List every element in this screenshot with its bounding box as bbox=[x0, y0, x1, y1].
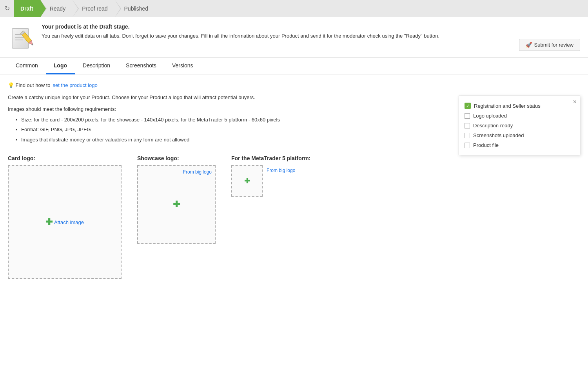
plus-icon-mt5: ✚ bbox=[244, 177, 250, 185]
checkbox-logo[interactable] bbox=[465, 113, 470, 119]
tab-screenshots[interactable]: Screenshots bbox=[118, 58, 164, 74]
tab-description[interactable]: Description bbox=[75, 58, 118, 74]
showcase-logo-section: Showcase logo: ✚ From big logo bbox=[137, 155, 216, 244]
submit-for-review-button[interactable]: 🚀 Submit for review bbox=[519, 39, 580, 51]
main-content: Your product is at the Draft stage. You … bbox=[0, 17, 588, 380]
metatrader-logo-upload[interactable]: ✚ bbox=[231, 165, 263, 197]
tip-line: 💡 Find out how to set the product logo bbox=[8, 82, 580, 88]
tabs-bar: Common Logo Description Screenshots Vers… bbox=[0, 58, 588, 74]
draft-banner: Your product is at the Draft stage. You … bbox=[0, 17, 588, 58]
tab-logo[interactable]: Logo bbox=[46, 58, 75, 74]
tab-common[interactable]: Common bbox=[8, 58, 46, 74]
checklist-popup: × ✓ Registration and Seller status Logo … bbox=[459, 96, 580, 155]
checklist-item-registration: ✓ Registration and Seller status bbox=[465, 101, 574, 111]
checklist-item-screenshots: Screenshots uploaded bbox=[465, 130, 574, 140]
step-draft[interactable]: Draft bbox=[14, 0, 40, 17]
step-proofread[interactable]: Proof read bbox=[73, 0, 114, 17]
showcase-logo-title: Showcase logo: bbox=[137, 155, 216, 161]
refresh-icon[interactable]: ↻ bbox=[0, 0, 14, 17]
checkbox-screenshots[interactable] bbox=[465, 133, 470, 138]
checkbox-description[interactable] bbox=[465, 123, 470, 128]
tip-bulb: 💡 Find out how to bbox=[8, 82, 51, 88]
attach-image-label: ✚ Attach image bbox=[45, 218, 84, 226]
draft-text: Your product is at the Draft stage. You … bbox=[42, 24, 519, 40]
draft-title: Your product is at the Draft stage. bbox=[42, 24, 519, 30]
logo-sections: Card logo: ✚ Attach image Showcase logo:… bbox=[8, 155, 580, 279]
metatrader-from-big-logo[interactable]: From big logo bbox=[267, 168, 295, 173]
top-nav: ↻ Draft Ready Proof read Published bbox=[0, 0, 588, 17]
metatrader-logo-title: For the MetaTrader 5 platform: bbox=[231, 155, 310, 161]
draft-description: You can freely edit data on all tabs. Do… bbox=[42, 32, 519, 40]
tab-versions[interactable]: Versions bbox=[164, 58, 201, 74]
metatrader-logo-section: For the MetaTrader 5 platform: ✚ From bi… bbox=[231, 155, 310, 197]
check-registration-icon: ✓ bbox=[465, 103, 471, 109]
checkbox-product-file[interactable] bbox=[465, 143, 470, 148]
submit-icon: 🚀 bbox=[526, 42, 532, 48]
workflow-steps: Draft Ready Proof read Published bbox=[14, 0, 155, 17]
card-logo-section: Card logo: ✚ Attach image bbox=[8, 155, 122, 279]
card-logo-upload[interactable]: ✚ Attach image bbox=[8, 165, 122, 279]
checklist-item-description: Description ready bbox=[465, 121, 574, 130]
showcase-from-big-logo[interactable]: From big logo bbox=[183, 169, 212, 175]
card-logo-title: Card logo: bbox=[8, 155, 122, 161]
plus-icon: ✚ bbox=[45, 218, 53, 226]
draft-icon bbox=[8, 24, 35, 51]
showcase-logo-upload[interactable]: ✚ bbox=[137, 165, 216, 244]
checklist-item-logo: Logo uploaded bbox=[465, 111, 574, 121]
checklist-item-product-file: Product file bbox=[465, 140, 574, 150]
tip-link[interactable]: set the product logo bbox=[53, 82, 98, 88]
plus-icon-showcase: ✚ bbox=[173, 200, 180, 209]
